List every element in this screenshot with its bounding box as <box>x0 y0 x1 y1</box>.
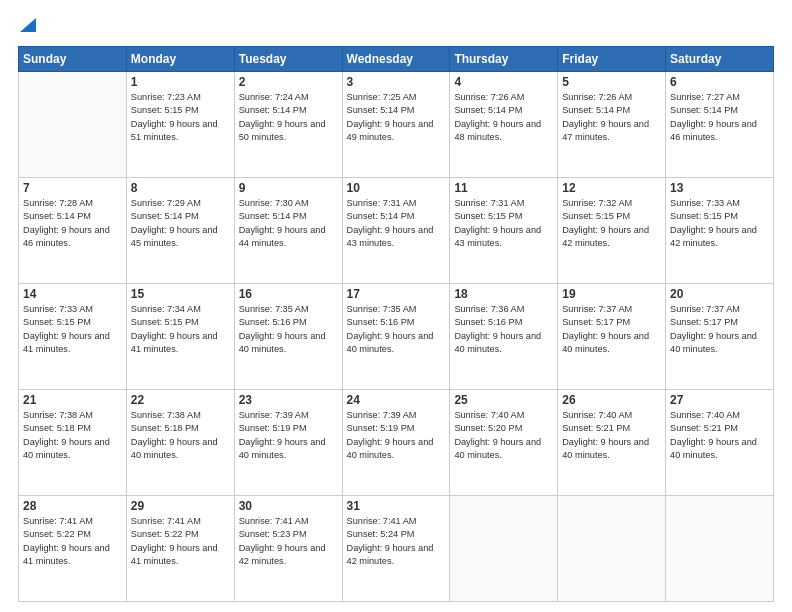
calendar-cell <box>558 496 666 602</box>
calendar-cell: 3 Sunrise: 7:25 AM Sunset: 5:14 PM Dayli… <box>342 72 450 178</box>
day-number: 19 <box>562 287 661 301</box>
calendar-cell: 4 Sunrise: 7:26 AM Sunset: 5:14 PM Dayli… <box>450 72 558 178</box>
calendar-cell: 8 Sunrise: 7:29 AM Sunset: 5:14 PM Dayli… <box>126 178 234 284</box>
day-info: Sunrise: 7:35 AM Sunset: 5:16 PM Dayligh… <box>239 304 326 354</box>
day-number: 18 <box>454 287 553 301</box>
day-info: Sunrise: 7:41 AM Sunset: 5:22 PM Dayligh… <box>131 516 218 566</box>
calendar-cell: 13 Sunrise: 7:33 AM Sunset: 5:15 PM Dayl… <box>666 178 774 284</box>
calendar-cell: 17 Sunrise: 7:35 AM Sunset: 5:16 PM Dayl… <box>342 284 450 390</box>
day-number: 25 <box>454 393 553 407</box>
day-number: 28 <box>23 499 122 513</box>
logo <box>18 18 36 36</box>
day-info: Sunrise: 7:34 AM Sunset: 5:15 PM Dayligh… <box>131 304 218 354</box>
day-number: 26 <box>562 393 661 407</box>
day-info: Sunrise: 7:38 AM Sunset: 5:18 PM Dayligh… <box>23 410 110 460</box>
day-info: Sunrise: 7:37 AM Sunset: 5:17 PM Dayligh… <box>562 304 649 354</box>
day-number: 23 <box>239 393 338 407</box>
day-info: Sunrise: 7:31 AM Sunset: 5:14 PM Dayligh… <box>347 198 434 248</box>
calendar-cell: 26 Sunrise: 7:40 AM Sunset: 5:21 PM Dayl… <box>558 390 666 496</box>
calendar-cell: 31 Sunrise: 7:41 AM Sunset: 5:24 PM Dayl… <box>342 496 450 602</box>
day-info: Sunrise: 7:41 AM Sunset: 5:23 PM Dayligh… <box>239 516 326 566</box>
calendar-cell <box>19 72 127 178</box>
day-info: Sunrise: 7:26 AM Sunset: 5:14 PM Dayligh… <box>562 92 649 142</box>
day-info: Sunrise: 7:26 AM Sunset: 5:14 PM Dayligh… <box>454 92 541 142</box>
day-number: 13 <box>670 181 769 195</box>
day-info: Sunrise: 7:33 AM Sunset: 5:15 PM Dayligh… <box>670 198 757 248</box>
day-info: Sunrise: 7:35 AM Sunset: 5:16 PM Dayligh… <box>347 304 434 354</box>
calendar-day-header: Saturday <box>666 47 774 72</box>
day-number: 27 <box>670 393 769 407</box>
day-info: Sunrise: 7:29 AM Sunset: 5:14 PM Dayligh… <box>131 198 218 248</box>
day-number: 30 <box>239 499 338 513</box>
day-number: 5 <box>562 75 661 89</box>
calendar-day-header: Monday <box>126 47 234 72</box>
day-number: 16 <box>239 287 338 301</box>
calendar-week-row: 7 Sunrise: 7:28 AM Sunset: 5:14 PM Dayli… <box>19 178 774 284</box>
day-number: 9 <box>239 181 338 195</box>
day-info: Sunrise: 7:27 AM Sunset: 5:14 PM Dayligh… <box>670 92 757 142</box>
day-number: 31 <box>347 499 446 513</box>
day-info: Sunrise: 7:25 AM Sunset: 5:14 PM Dayligh… <box>347 92 434 142</box>
calendar-cell: 18 Sunrise: 7:36 AM Sunset: 5:16 PM Dayl… <box>450 284 558 390</box>
calendar-day-header: Wednesday <box>342 47 450 72</box>
page: SundayMondayTuesdayWednesdayThursdayFrid… <box>0 0 792 612</box>
calendar-cell: 11 Sunrise: 7:31 AM Sunset: 5:15 PM Dayl… <box>450 178 558 284</box>
header <box>18 18 774 36</box>
calendar-week-row: 1 Sunrise: 7:23 AM Sunset: 5:15 PM Dayli… <box>19 72 774 178</box>
day-info: Sunrise: 7:39 AM Sunset: 5:19 PM Dayligh… <box>347 410 434 460</box>
calendar-cell: 10 Sunrise: 7:31 AM Sunset: 5:14 PM Dayl… <box>342 178 450 284</box>
calendar-day-header: Friday <box>558 47 666 72</box>
calendar-day-header: Thursday <box>450 47 558 72</box>
day-number: 24 <box>347 393 446 407</box>
calendar-cell: 21 Sunrise: 7:38 AM Sunset: 5:18 PM Dayl… <box>19 390 127 496</box>
calendar-cell: 20 Sunrise: 7:37 AM Sunset: 5:17 PM Dayl… <box>666 284 774 390</box>
calendar-week-row: 28 Sunrise: 7:41 AM Sunset: 5:22 PM Dayl… <box>19 496 774 602</box>
day-info: Sunrise: 7:30 AM Sunset: 5:14 PM Dayligh… <box>239 198 326 248</box>
calendar-day-header: Tuesday <box>234 47 342 72</box>
day-number: 7 <box>23 181 122 195</box>
calendar-cell: 30 Sunrise: 7:41 AM Sunset: 5:23 PM Dayl… <box>234 496 342 602</box>
day-number: 11 <box>454 181 553 195</box>
calendar-cell: 28 Sunrise: 7:41 AM Sunset: 5:22 PM Dayl… <box>19 496 127 602</box>
day-number: 17 <box>347 287 446 301</box>
day-number: 10 <box>347 181 446 195</box>
day-info: Sunrise: 7:31 AM Sunset: 5:15 PM Dayligh… <box>454 198 541 248</box>
calendar-cell: 12 Sunrise: 7:32 AM Sunset: 5:15 PM Dayl… <box>558 178 666 284</box>
day-info: Sunrise: 7:41 AM Sunset: 5:24 PM Dayligh… <box>347 516 434 566</box>
calendar-table: SundayMondayTuesdayWednesdayThursdayFrid… <box>18 46 774 602</box>
calendar-cell <box>450 496 558 602</box>
calendar-cell: 25 Sunrise: 7:40 AM Sunset: 5:20 PM Dayl… <box>450 390 558 496</box>
calendar-cell: 1 Sunrise: 7:23 AM Sunset: 5:15 PM Dayli… <box>126 72 234 178</box>
calendar-cell <box>666 496 774 602</box>
day-number: 21 <box>23 393 122 407</box>
calendar-cell: 14 Sunrise: 7:33 AM Sunset: 5:15 PM Dayl… <box>19 284 127 390</box>
day-info: Sunrise: 7:39 AM Sunset: 5:19 PM Dayligh… <box>239 410 326 460</box>
calendar-cell: 16 Sunrise: 7:35 AM Sunset: 5:16 PM Dayl… <box>234 284 342 390</box>
calendar-header-row: SundayMondayTuesdayWednesdayThursdayFrid… <box>19 47 774 72</box>
day-number: 29 <box>131 499 230 513</box>
calendar-cell: 2 Sunrise: 7:24 AM Sunset: 5:14 PM Dayli… <box>234 72 342 178</box>
calendar-cell: 9 Sunrise: 7:30 AM Sunset: 5:14 PM Dayli… <box>234 178 342 284</box>
calendar-cell: 27 Sunrise: 7:40 AM Sunset: 5:21 PM Dayl… <box>666 390 774 496</box>
day-number: 3 <box>347 75 446 89</box>
day-info: Sunrise: 7:40 AM Sunset: 5:21 PM Dayligh… <box>670 410 757 460</box>
day-number: 2 <box>239 75 338 89</box>
day-info: Sunrise: 7:41 AM Sunset: 5:22 PM Dayligh… <box>23 516 110 566</box>
calendar-cell: 22 Sunrise: 7:38 AM Sunset: 5:18 PM Dayl… <box>126 390 234 496</box>
calendar-cell: 5 Sunrise: 7:26 AM Sunset: 5:14 PM Dayli… <box>558 72 666 178</box>
day-number: 1 <box>131 75 230 89</box>
day-info: Sunrise: 7:38 AM Sunset: 5:18 PM Dayligh… <box>131 410 218 460</box>
svg-marker-0 <box>20 18 36 32</box>
calendar-cell: 7 Sunrise: 7:28 AM Sunset: 5:14 PM Dayli… <box>19 178 127 284</box>
calendar-day-header: Sunday <box>19 47 127 72</box>
calendar-cell: 6 Sunrise: 7:27 AM Sunset: 5:14 PM Dayli… <box>666 72 774 178</box>
day-number: 12 <box>562 181 661 195</box>
day-number: 6 <box>670 75 769 89</box>
day-info: Sunrise: 7:40 AM Sunset: 5:21 PM Dayligh… <box>562 410 649 460</box>
day-number: 20 <box>670 287 769 301</box>
calendar-week-row: 21 Sunrise: 7:38 AM Sunset: 5:18 PM Dayl… <box>19 390 774 496</box>
calendar-cell: 29 Sunrise: 7:41 AM Sunset: 5:22 PM Dayl… <box>126 496 234 602</box>
day-number: 4 <box>454 75 553 89</box>
day-info: Sunrise: 7:24 AM Sunset: 5:14 PM Dayligh… <box>239 92 326 142</box>
day-info: Sunrise: 7:40 AM Sunset: 5:20 PM Dayligh… <box>454 410 541 460</box>
